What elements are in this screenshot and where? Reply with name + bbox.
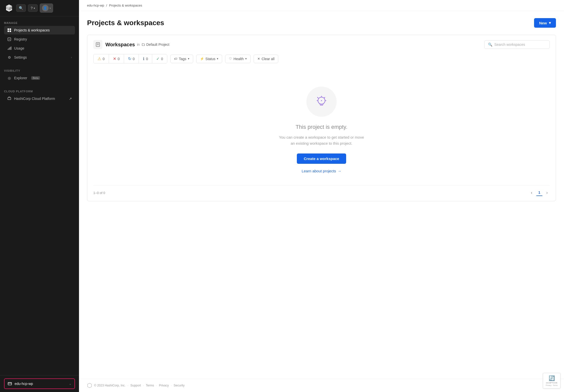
svg-rect-9 [11, 47, 11, 50]
external-link-icon: ↗ [69, 97, 72, 101]
status-chevron-icon: ▾ [217, 57, 218, 60]
terms-link[interactable]: Terms [146, 384, 154, 387]
projects-icon [7, 28, 12, 32]
sidebar-item-label: Registry [14, 37, 27, 41]
search-box[interactable]: 🔍 [484, 40, 550, 49]
sidebar-header: 🔍 ? ▾ 👤 ▾ [0, 0, 79, 16]
tags-label: Tags [179, 57, 186, 61]
workspace-title: Workspaces [105, 42, 135, 48]
page-content: Projects & workspaces New ▾ Workspaces i… [79, 11, 564, 379]
registry-icon [7, 37, 12, 42]
new-button-label: New [539, 21, 547, 25]
manage-label: Manage [4, 21, 75, 24]
running-icon: ↻ [128, 56, 131, 61]
beta-badge: Beta [31, 76, 40, 80]
org-selector-button[interactable]: edu-hcp-wp ⌄ [4, 378, 75, 389]
next-page-button[interactable]: › [544, 189, 550, 196]
hcp-icon [7, 96, 12, 101]
help-button[interactable]: ? ▾ [28, 4, 38, 12]
create-workspace-label: Create a workspace [304, 156, 339, 161]
learn-link-arrow: → [338, 169, 341, 173]
search-button[interactable]: 🔍 [16, 4, 26, 12]
warning-icon: ⚠ [98, 56, 101, 61]
search-icon: 🔍 [488, 43, 492, 47]
svg-point-16 [321, 100, 322, 101]
page-header: Projects & workspaces New ▾ [87, 18, 556, 28]
help-chevron-icon: ▾ [34, 7, 35, 10]
footer-logo [87, 383, 92, 388]
learn-link-label: Learn about projects [302, 169, 336, 173]
recaptcha-badge: 🔄 reCAPTCHA Privacy · Terms [543, 373, 560, 388]
visibility-label: Visibility [4, 69, 75, 72]
info-icon: ℹ [143, 56, 144, 61]
search-icon: 🔍 [19, 6, 23, 10]
cloud-platform-label: Cloud Platform [4, 90, 75, 93]
workspace-title-text: Workspaces in Default Project [105, 42, 169, 48]
status-filters: ⚠ 0 ✕ 0 ↻ 0 ℹ 0 [93, 54, 167, 63]
workspace-page-icon [93, 40, 102, 49]
org-chevron-icon: ⌄ [69, 382, 71, 385]
org-icon [8, 381, 12, 386]
clear-all-button[interactable]: ✕ Clear all [254, 55, 278, 63]
pagination-controls: ‹ 1 › [529, 189, 550, 196]
sidebar-item-registry[interactable]: Registry [4, 35, 75, 44]
avatar-chevron-icon: ▾ [50, 7, 51, 10]
health-label: Health [233, 57, 244, 61]
sidebar-item-usage[interactable]: Usage [4, 44, 75, 53]
status-dropdown[interactable]: ⚡ Status ▾ [196, 55, 222, 63]
health-chevron-icon: ▾ [245, 57, 247, 60]
ok-count: 0 [161, 57, 163, 61]
page-title: Projects & workspaces [87, 19, 164, 27]
svg-rect-12 [96, 43, 100, 47]
sidebar-item-projects-workspaces[interactable]: Projects & workspaces [4, 26, 75, 34]
user-avatar-button[interactable]: 👤 ▾ [40, 4, 53, 13]
error-count: 0 [118, 57, 120, 61]
filters-row: ⚠ 0 ✕ 0 ↻ 0 ℹ 0 [93, 54, 550, 63]
filter-error[interactable]: ✕ 0 [109, 54, 124, 63]
clear-all-label: Clear all [262, 57, 274, 61]
learn-about-projects-link[interactable]: Learn about projects → [302, 169, 341, 173]
filter-info[interactable]: ℹ 0 [139, 54, 152, 63]
prev-page-button[interactable]: ‹ [529, 189, 534, 196]
sidebar-item-hcp[interactable]: HashiCorp Cloud Platform ↗ [4, 94, 75, 103]
filter-running[interactable]: ↻ 0 [124, 54, 139, 63]
copyright: © 2023 HashiCorp, Inc. [94, 384, 126, 387]
svg-rect-7 [9, 48, 9, 50]
workspace-in-label: in [137, 43, 140, 47]
sidebar-item-settings[interactable]: ⚙ Settings › [4, 53, 75, 62]
ok-icon: ✓ [156, 56, 159, 61]
manage-section: Manage Projects & workspaces Registry Us… [0, 16, 79, 64]
usage-icon [7, 46, 12, 51]
tags-dropdown[interactable]: 🏷 Tags ▾ [170, 55, 193, 63]
health-dropdown[interactable]: ♡ Health ▾ [225, 55, 250, 63]
sidebar-item-explorer[interactable]: ◎ Explorer Beta [4, 74, 75, 82]
status-label: Status [206, 57, 216, 61]
privacy-link[interactable]: Privacy [159, 384, 169, 387]
running-count: 0 [133, 57, 135, 61]
create-workspace-button[interactable]: Create a workspace [297, 153, 346, 164]
new-chevron-icon: ▾ [549, 21, 551, 25]
hashicorp-logo [4, 3, 14, 13]
filter-ok[interactable]: ✓ 0 [152, 54, 167, 63]
explorer-icon: ◎ [7, 76, 12, 80]
svg-rect-6 [8, 49, 8, 50]
avatar-icon: 👤 [43, 6, 47, 10]
footer: © 2023 HashiCorp, Inc. · Support · Terms… [79, 379, 564, 392]
status-icon: ⚡ [200, 57, 204, 61]
security-link[interactable]: Security [174, 384, 184, 387]
search-input[interactable] [494, 43, 546, 47]
lightbulb-icon [314, 94, 329, 109]
support-link[interactable]: Support [130, 384, 141, 387]
current-page: 1 [536, 189, 542, 196]
svg-rect-8 [10, 47, 10, 50]
filter-warning[interactable]: ⚠ 0 [94, 54, 109, 63]
recaptcha-icon: 🔄 [549, 375, 555, 381]
empty-icon-container [306, 87, 337, 117]
new-button[interactable]: New ▾ [534, 18, 556, 28]
breadcrumb-org-link[interactable]: edu-hcp-wp [87, 4, 104, 7]
pagination-info: 1–0 of 0 [93, 191, 105, 195]
breadcrumb: edu-hcp-wp / Projects & workspaces [79, 0, 564, 11]
workspace-header: Workspaces in Default Project 🔍 [93, 40, 550, 49]
svg-rect-11 [8, 382, 12, 385]
info-count: 0 [146, 57, 148, 61]
